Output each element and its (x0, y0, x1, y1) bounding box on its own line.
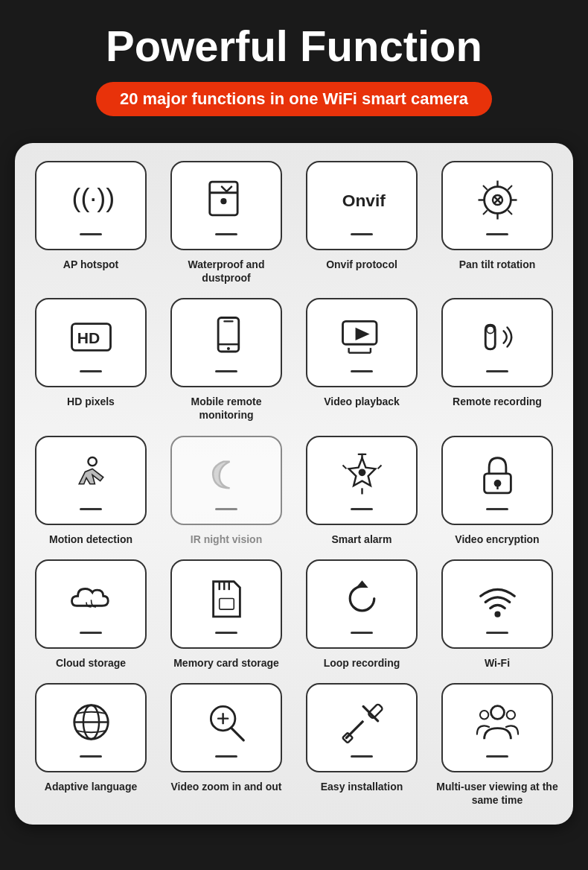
feature-label-mobile-remote: Mobile remote monitoring (164, 395, 289, 422)
icon-dash (215, 370, 237, 372)
feature-label-easy-installation: Easy installation (321, 780, 403, 793)
feature-item-wifi: Wi-Fi (435, 559, 560, 670)
svg-text:Onvif: Onvif (342, 190, 386, 209)
svg-point-45 (494, 611, 500, 617)
icon-dash (486, 632, 508, 634)
svg-line-57 (360, 721, 362, 723)
feature-label-video-encryption: Video encryption (455, 533, 539, 546)
icon-box-memory-card (170, 559, 282, 649)
feature-label-remote-recording: Remote recording (453, 395, 542, 408)
feature-label-onvif: Onvif protocol (326, 258, 397, 271)
icon-box-hd-pixels: HD (35, 298, 147, 387)
feature-label-loop-recording: Loop recording (324, 656, 400, 670)
svg-line-53 (346, 723, 361, 738)
feature-label-pan-tilt: Pan tilt rotation (459, 258, 536, 271)
feature-item-waterproof: Waterproof and dustproof (164, 161, 289, 285)
icon-dash (351, 632, 373, 634)
feature-label-multi-user: Multi-user viewing at the same time (435, 780, 560, 807)
svg-rect-43 (219, 598, 234, 609)
icon-dash (80, 755, 102, 758)
icon-dash (351, 755, 373, 758)
icon-box-motion-detection (35, 436, 147, 525)
svg-point-58 (490, 705, 504, 719)
cloud-storage-icon (67, 574, 115, 626)
icon-dash (80, 370, 102, 372)
svg-marker-24 (356, 328, 368, 340)
ir-night-vision-icon (202, 451, 251, 502)
svg-point-28 (486, 326, 493, 334)
svg-rect-56 (368, 703, 383, 719)
subtitle-pill: 20 major functions in one WiFi smart cam… (96, 82, 492, 116)
feature-item-memory-card: Memory card storage (164, 559, 289, 670)
icon-dash (215, 508, 237, 510)
feature-label-adaptive-language: Adaptive language (45, 780, 137, 793)
svg-line-13 (483, 210, 488, 215)
feature-item-motion-detection: Motion detection (28, 436, 153, 546)
feature-label-wifi: Wi-Fi (485, 656, 510, 670)
waterproof-icon (202, 176, 251, 227)
icon-box-loop-recording (306, 559, 418, 649)
svg-marker-44 (356, 580, 368, 588)
feature-label-cloud-storage: Cloud storage (56, 656, 126, 670)
video-playback-icon (338, 313, 386, 364)
feature-item-onvif: Onvif Onvif protocol (299, 161, 424, 285)
header: Powerful Function 20 major functions in … (0, 0, 588, 131)
svg-point-60 (506, 711, 514, 719)
icon-box-video-playback (306, 298, 418, 387)
icon-dash (215, 233, 237, 235)
svg-text:((·)): ((·)) (71, 183, 115, 213)
feature-label-hd-pixels: HD pixels (67, 395, 115, 408)
features-grid: ((·)) AP hotspot Waterproof and dustproo… (28, 161, 560, 807)
svg-point-21 (226, 347, 229, 350)
onvif-icon: Onvif (338, 176, 386, 227)
easy-installation-icon (338, 698, 386, 749)
svg-point-59 (479, 711, 488, 719)
adaptive-language-icon (67, 698, 115, 749)
feature-item-video-encryption: Video encryption (435, 436, 560, 546)
icon-box-smart-alarm (306, 436, 418, 525)
icon-dash (486, 508, 508, 510)
feature-item-video-playback: Video playback (299, 298, 424, 422)
feature-label-waterproof: Waterproof and dustproof (164, 258, 289, 285)
motion-detection-icon (67, 451, 115, 502)
feature-item-mobile-remote: Mobile remote monitoring (164, 298, 289, 422)
svg-text:HD: HD (77, 329, 100, 346)
icon-dash (215, 632, 237, 634)
svg-line-50 (231, 728, 243, 740)
video-zoom-icon (202, 698, 251, 749)
feature-item-cloud-storage: Cloud storage (28, 559, 153, 670)
feature-item-easy-installation: Easy installation (299, 683, 424, 807)
icon-box-multi-user (441, 683, 553, 772)
icon-box-ir-night-vision (170, 436, 282, 525)
icon-dash (486, 233, 508, 235)
svg-point-35 (358, 469, 365, 476)
feature-label-video-playback: Video playback (324, 395, 400, 408)
svg-line-34 (377, 465, 381, 469)
feature-item-smart-alarm: Smart alarm (299, 436, 424, 546)
mobile-remote-icon (202, 313, 251, 364)
feature-item-video-zoom: Video zoom in and out (164, 683, 289, 807)
wifi-icon (473, 574, 522, 626)
icon-box-adaptive-language (35, 683, 147, 772)
remote-recording-icon (473, 313, 522, 364)
svg-line-11 (508, 210, 512, 215)
main-title: Powerful Function (15, 22, 573, 70)
icon-box-video-zoom (170, 683, 282, 772)
memory-card-icon (202, 574, 251, 626)
svg-line-10 (483, 185, 488, 190)
svg-point-29 (88, 457, 96, 465)
feature-item-hd-pixels: HD HD pixels (28, 298, 153, 422)
svg-point-3 (220, 198, 226, 204)
icon-box-wifi (441, 559, 553, 649)
feature-item-pan-tilt: Pan tilt rotation (435, 161, 560, 285)
feature-item-multi-user: Multi-user viewing at the same time (435, 683, 560, 807)
icon-dash (80, 508, 102, 510)
icon-dash (351, 233, 373, 235)
smart-alarm-icon (338, 451, 386, 502)
icon-box-mobile-remote (170, 298, 282, 387)
feature-item-ap-hotspot: ((·)) AP hotspot (28, 161, 153, 285)
feature-label-smart-alarm: Smart alarm (332, 533, 392, 546)
feature-item-adaptive-language: Adaptive language (28, 683, 153, 807)
icon-box-ap-hotspot: ((·)) (35, 161, 147, 250)
feature-label-ap-hotspot: AP hotspot (63, 258, 118, 271)
